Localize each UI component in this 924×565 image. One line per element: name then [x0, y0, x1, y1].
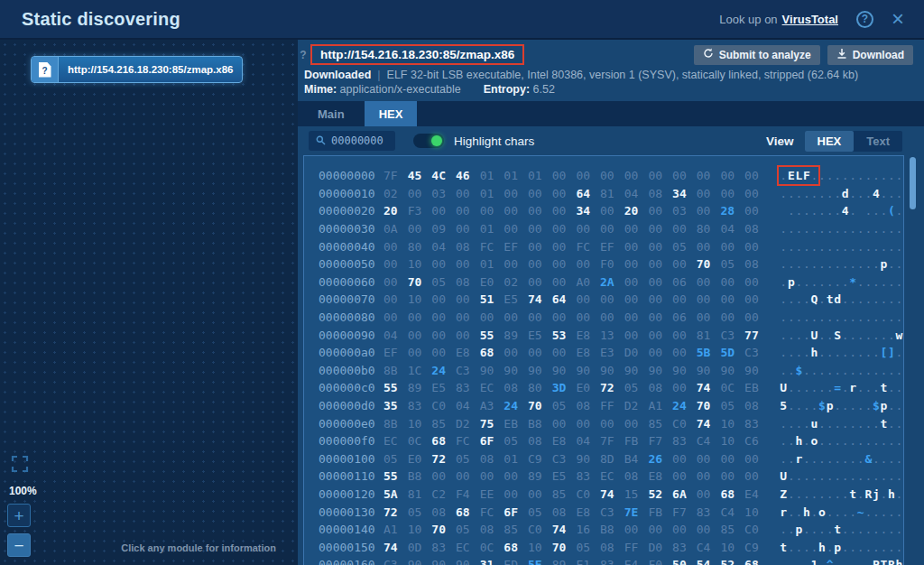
ascii-char[interactable]: . [834, 558, 842, 565]
hex-byte[interactable]: 51 [480, 292, 504, 306]
ascii-char[interactable]: . [873, 222, 881, 236]
ascii-char[interactable]: . [803, 434, 811, 448]
hex-byte[interactable]: 90 [648, 364, 672, 377]
ascii-char[interactable]: . [841, 417, 849, 431]
hex-byte[interactable]: 53 [552, 329, 577, 342]
hex-byte[interactable]: 89 [408, 381, 432, 394]
ascii-char[interactable]: . [880, 523, 888, 536]
hex-byte[interactable]: 00 [480, 204, 504, 218]
ascii-char[interactable]: . [803, 257, 811, 271]
hex-byte[interactable]: 08 [480, 452, 504, 466]
ascii-char[interactable]: w [895, 329, 903, 342]
hex-byte[interactable]: 05 [408, 505, 432, 519]
ascii-char[interactable]: . [810, 541, 818, 554]
hex-byte[interactable]: 00 [744, 240, 769, 254]
hex-byte[interactable]: 5D [720, 346, 744, 359]
ascii-char[interactable]: . [841, 257, 849, 271]
hex-byte[interactable]: 00 [504, 204, 528, 218]
hex-byte[interactable]: 00 [480, 310, 504, 324]
ascii-char[interactable]: u [810, 417, 818, 431]
highlight-chars-toggle[interactable] [413, 134, 444, 148]
hex-byte[interactable]: 05 [720, 257, 744, 271]
ascii-char[interactable]: . [818, 275, 827, 289]
hex-byte[interactable]: 5A [383, 487, 408, 501]
hex-byte[interactable]: 10 [408, 257, 432, 271]
ascii-char[interactable]: . [834, 346, 842, 359]
ascii-char[interactable]: . [826, 222, 834, 236]
hex-byte[interactable]: 00 [744, 452, 769, 466]
ascii-char[interactable]: . [826, 541, 834, 554]
ascii-char[interactable]: . [795, 469, 803, 483]
ascii-char[interactable]: t [834, 523, 842, 536]
hex-bytes[interactable]: 0A000900010000000000000000800408 [383, 222, 769, 236]
hex-byte[interactable]: 00 [552, 222, 577, 236]
ascii-char[interactable]: . [795, 257, 803, 271]
hex-byte[interactable]: FF [600, 399, 624, 412]
ascii-char[interactable]: . [849, 505, 857, 519]
ascii-char[interactable]: . [818, 169, 827, 182]
hex-bytes[interactable]: 00700508E0020000A02A000006000000 [383, 275, 769, 289]
ascii-char[interactable]: . [803, 523, 811, 536]
ascii-char[interactable]: = [834, 381, 842, 394]
ascii-char[interactable]: . [856, 452, 864, 466]
ascii-char[interactable]: . [834, 452, 842, 466]
hex-byte[interactable]: 7F [600, 434, 624, 448]
hex-byte[interactable]: 75 [480, 417, 504, 431]
hex-ascii[interactable]: .............p.. [780, 257, 903, 271]
ascii-char[interactable]: . [803, 346, 811, 359]
ascii-char[interactable]: . [864, 523, 873, 536]
ascii-char[interactable]: . [810, 222, 818, 236]
ascii-char[interactable]: . [888, 541, 896, 554]
ascii-char[interactable]: h [795, 434, 803, 448]
hex-byte[interactable]: 10 [720, 434, 744, 448]
hex-byte[interactable]: 85 [504, 523, 528, 536]
ascii-char[interactable]: . [856, 523, 864, 536]
ascii-char[interactable]: t [880, 381, 888, 394]
hex-byte[interactable]: 35 [383, 399, 408, 412]
ascii-char[interactable]: . [849, 346, 857, 359]
hex-byte[interactable]: 80 [528, 381, 552, 394]
hex-byte[interactable]: 01 [480, 257, 504, 271]
ascii-char[interactable]: P [873, 558, 881, 565]
ascii-char[interactable]: . [841, 364, 849, 377]
ascii-char[interactable]: p [834, 541, 842, 554]
ascii-char[interactable]: . [826, 381, 834, 394]
ascii-char[interactable]: . [803, 469, 811, 483]
hex-ascii[interactable]: ..h.o........... [780, 434, 903, 448]
hex-byte[interactable]: 00 [648, 292, 672, 306]
ascii-char[interactable]: t [880, 417, 888, 431]
ascii-char[interactable]: 5 [780, 399, 788, 412]
ascii-char[interactable]: . [888, 275, 896, 289]
hex-byte[interactable]: 34 [576, 204, 600, 218]
hex-ascii[interactable]: ....u........t.. [780, 417, 903, 431]
view-option-text[interactable]: Text [854, 131, 902, 152]
ascii-char[interactable]: . [841, 541, 849, 554]
ascii-char[interactable]: . [873, 204, 881, 218]
hex-ascii[interactable]: ....Q.td........ [780, 292, 903, 306]
ascii-char[interactable]: p [880, 257, 888, 271]
hex-byte[interactable]: C0 [672, 417, 697, 431]
ascii-char[interactable]: . [818, 292, 827, 306]
ascii-char[interactable]: . [826, 487, 834, 501]
ascii-char[interactable]: . [841, 399, 849, 412]
hex-byte[interactable]: 00 [624, 222, 649, 236]
ascii-char[interactable]: . [826, 240, 834, 254]
ascii-char[interactable]: . [880, 292, 888, 306]
hex-byte[interactable]: 6F [504, 505, 528, 519]
hex-byte[interactable]: 00 [624, 417, 649, 431]
ascii-char[interactable]: . [818, 204, 827, 218]
ascii-char[interactable]: . [810, 364, 818, 377]
hex-byte[interactable]: 74 [552, 523, 577, 536]
hex-byte[interactable]: 00 [456, 469, 480, 483]
hex-byte[interactable]: 00 [744, 204, 769, 218]
hex-byte[interactable]: 05 [383, 452, 408, 466]
ascii-char[interactable]: . [834, 240, 842, 254]
ascii-char[interactable]: . [803, 240, 811, 254]
hex-byte[interactable]: 90 [456, 558, 480, 565]
ascii-char[interactable]: h [803, 505, 811, 519]
ascii-char[interactable]: . [788, 541, 796, 554]
ascii-char[interactable]: . [841, 523, 849, 536]
hex-byte[interactable]: 00 [576, 169, 600, 182]
hex-byte[interactable]: 00 [672, 257, 697, 271]
hex-byte[interactable]: 1C [408, 364, 432, 377]
